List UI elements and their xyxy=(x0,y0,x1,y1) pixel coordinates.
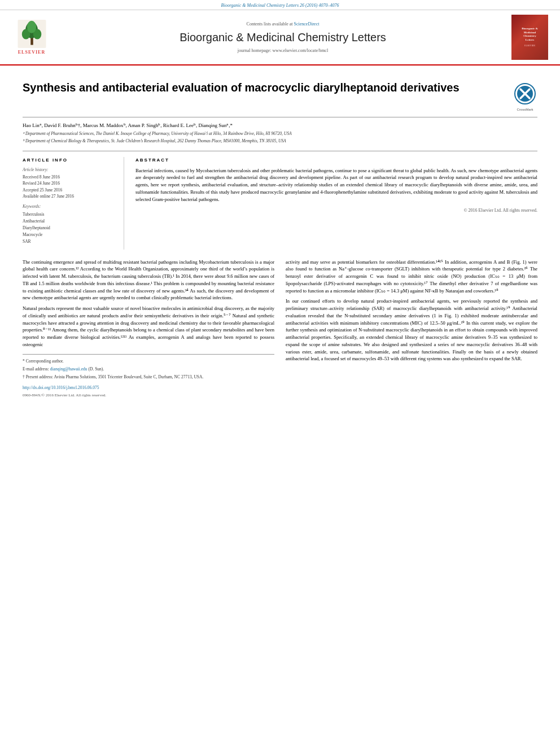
available-date: Available online 27 June 2016 xyxy=(23,193,116,199)
elsevier-label: ELSEVIER xyxy=(18,49,45,55)
authors-text: Hao Linᵃ, David F. Bruhnᵇ†, Marcus M. Ma… xyxy=(23,123,233,128)
body-right-column: activity and may serve as potential biom… xyxy=(286,259,537,399)
body-left-column: The continuing emergence and spread of m… xyxy=(23,259,274,399)
keywords-label: Keywords: xyxy=(23,204,116,210)
elsevier-logo: ELSEVIER xyxy=(9,20,54,55)
elsevier-tree-icon xyxy=(16,20,47,48)
sciencedirect-line: Contents lists available at ScienceDirec… xyxy=(60,21,506,27)
copyright-line: © 2016 Elsevier Ltd. All rights reserved… xyxy=(135,207,537,213)
journal-center-header: Contents lists available at ScienceDirec… xyxy=(60,21,506,54)
keyword-0: Tuberculosis xyxy=(23,211,116,218)
article-title: Synthesis and antibacterial evaluation o… xyxy=(23,80,460,95)
keyword-1: Antibacterial xyxy=(23,218,116,225)
keyword-4: SAR xyxy=(23,238,116,245)
crossmark-badge[interactable]: CrossMark xyxy=(513,82,537,112)
bmcl-cover-image: Bioorganic &MedicinalChemistryLetters EL… xyxy=(511,15,548,60)
abstract-body: Bacterial infections, caused by Mycobact… xyxy=(135,168,537,202)
abstract-text: Bacterial infections, caused by Mycobact… xyxy=(135,167,537,203)
history-label: Article history: xyxy=(23,167,116,173)
keywords-list: Tuberculosis Antibacterial Diarylheptano… xyxy=(23,211,116,245)
doi-line[interactable]: http://dx.doi.org/10.1016/j.bmcl.2016.06… xyxy=(23,385,274,391)
crossmark-icon xyxy=(514,82,536,105)
homepage-text: journal homepage: www.elsevier.com/locat… xyxy=(60,47,506,54)
dagger-footnote: † Present address: Avista Pharma Solutio… xyxy=(23,374,274,380)
body-para-1: The continuing emergence and spread of m… xyxy=(23,259,274,302)
svg-point-5 xyxy=(27,20,36,33)
affiliation-b: ᵇ Department of Chemical Biology & Thera… xyxy=(23,138,537,145)
article-content: Synthesis and antibacterial evaluation o… xyxy=(0,65,560,404)
article-info-header: ARTICLE INFO xyxy=(23,157,116,163)
keywords-section: Keywords: Tuberculosis Antibacterial Dia… xyxy=(23,204,116,245)
body-para-right-1: activity and may serve as potential biom… xyxy=(286,259,537,295)
abstract-column: ABSTRACT Bacterial infections, caused by… xyxy=(135,157,537,249)
doi-link[interactable]: http://dx.doi.org/10.1016/j.bmcl.2016.06… xyxy=(23,385,99,390)
svg-rect-1 xyxy=(30,37,33,45)
accepted-date: Accepted 25 June 2016 xyxy=(23,187,116,193)
bmcl-cover: Bioorganic &MedicinalChemistryLetters EL… xyxy=(511,15,551,60)
keyword-2: Diarylheptanoid xyxy=(23,225,116,231)
email-person: (D. Sun). xyxy=(88,366,104,372)
abstract-header: ABSTRACT xyxy=(135,157,537,163)
received-date: Received 8 June 2016 xyxy=(23,174,116,180)
affiliation-a: ᵃ Department of Pharmaceutical Sciences,… xyxy=(23,131,537,137)
contents-text: Contents lists available at xyxy=(247,21,293,27)
sciencedirect-link[interactable]: ScienceDirect xyxy=(294,21,320,27)
issn-line: 0960-894X/© 2016 Elsevier Ltd. All right… xyxy=(23,392,274,399)
article-history: Article history: Received 8 June 2016 Re… xyxy=(23,167,116,200)
banner-text: Bioorganic & Medicinal Chemistry Letters… xyxy=(221,3,339,8)
journal-banner: Bioorganic & Medicinal Chemistry Letters… xyxy=(0,0,560,10)
article-info-abstract-section: ARTICLE INFO Article history: Received 8… xyxy=(23,151,537,249)
crossmark-label: CrossMark xyxy=(513,107,537,112)
revised-date: Revised 24 June 2016 xyxy=(23,180,116,186)
email-link[interactable]: dianqing@hawaii.edu xyxy=(50,366,88,372)
keyword-3: Macrocycle xyxy=(23,231,116,238)
article-title-section: Synthesis and antibacterial evaluation o… xyxy=(23,71,537,117)
corresponding-author-note: * Corresponding author. xyxy=(23,358,274,364)
affiliations: ᵃ Department of Pharmaceutical Sciences,… xyxy=(23,131,537,144)
footnote-area: * Corresponding author. E-mail address: … xyxy=(23,354,274,381)
main-body: The continuing emergence and spread of m… xyxy=(23,259,537,399)
journal-title: Bioorganic & Medicinal Chemistry Letters xyxy=(60,29,506,45)
email-label: E-mail address: xyxy=(23,366,49,372)
journal-header: ELSEVIER Contents lists available at Sci… xyxy=(0,10,560,65)
email-footnote: E-mail address: dianqing@hawaii.edu (D. … xyxy=(23,366,274,372)
authors-line: Hao Linᵃ, David F. Bruhnᵇ†, Marcus M. Ma… xyxy=(23,122,537,129)
body-para-2: Natural products represent the most valu… xyxy=(23,305,274,348)
article-info-column: ARTICLE INFO Article history: Received 8… xyxy=(23,157,124,249)
body-para-right-2: In our continued efforts to develop natu… xyxy=(286,298,537,362)
